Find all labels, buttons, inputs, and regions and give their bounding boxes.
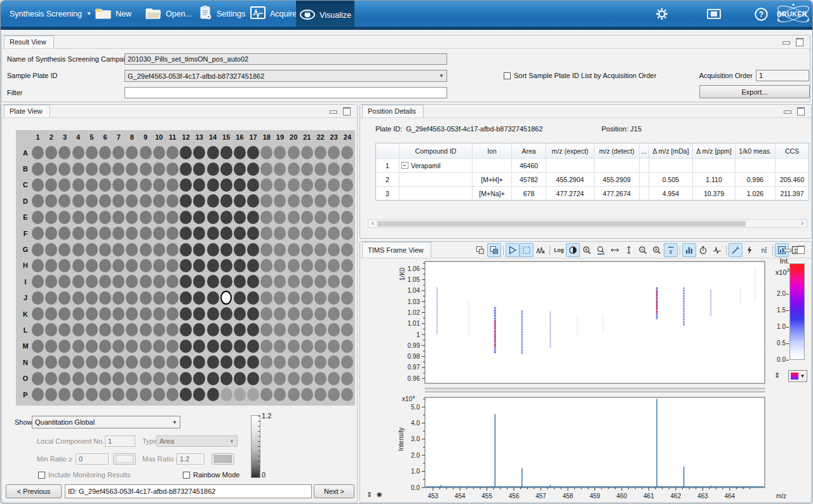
plate-well-F1[interactable] <box>32 227 44 240</box>
plate-well-E13[interactable] <box>193 211 205 224</box>
plate-well-H21[interactable] <box>301 259 313 272</box>
plate-well-G21[interactable] <box>301 243 313 256</box>
scroll-right-icon[interactable]: › <box>798 220 807 227</box>
minimize-icon[interactable] <box>783 41 790 44</box>
plate-well-J3[interactable] <box>58 291 71 305</box>
plate-well-N24[interactable] <box>341 355 353 369</box>
plate-well-P2[interactable] <box>45 388 57 401</box>
plate-well-I16[interactable] <box>234 275 246 288</box>
plate-well-I3[interactable] <box>58 275 71 288</box>
plate-well-E5[interactable] <box>86 211 98 224</box>
plate-well-F8[interactable] <box>126 227 138 240</box>
plate-well-M15[interactable] <box>220 340 232 353</box>
plate-well-N15[interactable] <box>220 355 232 369</box>
plate-well-M1[interactable] <box>32 340 44 353</box>
plate-well-C23[interactable] <box>328 178 340 192</box>
plate-well-N12[interactable] <box>180 355 192 369</box>
plate-well-J2[interactable] <box>45 291 57 305</box>
plate-well-I11[interactable] <box>166 275 178 288</box>
plate-well-F16[interactable] <box>234 227 246 240</box>
scale-y-icon[interactable] <box>622 243 636 257</box>
plate-well-J18[interactable] <box>260 291 272 305</box>
plate-well-B17[interactable] <box>247 162 259 176</box>
plate-well-O21[interactable] <box>301 372 313 385</box>
plate-well-J14[interactable] <box>207 291 219 305</box>
plate-well-L4[interactable] <box>72 323 84 336</box>
plate-well-M6[interactable] <box>99 340 111 353</box>
scroll-left-icon[interactable]: ‹ <box>368 220 377 227</box>
plate-well-O19[interactable] <box>274 372 286 385</box>
plate-well-M22[interactable] <box>314 340 326 353</box>
plate-well-G11[interactable] <box>166 243 178 256</box>
plate-well-O1[interactable] <box>32 372 44 385</box>
plate-well-B3[interactable] <box>58 162 71 176</box>
include-monitoring-row[interactable]: Include Monitoring Results <box>38 471 131 479</box>
plate-well-J15-selected[interactable] <box>220 291 232 305</box>
plate-well-F14[interactable] <box>207 227 219 240</box>
tab-result-view[interactable]: Result View <box>4 36 54 48</box>
plate-well-L9[interactable] <box>140 323 152 336</box>
plate-well-K17[interactable] <box>247 307 259 321</box>
axis-fit-icon[interactable]: ⇕ <box>774 371 780 380</box>
plate-well-G14[interactable] <box>207 243 219 256</box>
plate-well-H9[interactable] <box>140 259 152 272</box>
plate-well-C13[interactable] <box>193 178 205 192</box>
plate-well-F4[interactable] <box>72 227 84 240</box>
plate-well-A1[interactable] <box>32 146 44 159</box>
plate-well-D13[interactable] <box>193 194 205 208</box>
column-header[interactable]: Area <box>511 143 546 158</box>
plate-well-C15[interactable] <box>220 178 232 192</box>
plate-well-H5[interactable] <box>86 259 98 272</box>
show-select[interactable]: Quantitation Global▼ <box>32 416 180 428</box>
tab-tims-frame-view[interactable]: TIMS Frame View <box>362 242 431 258</box>
synthesis-screening-menu[interactable]: Synthesis Screening ▼ <box>10 1 91 27</box>
table-row[interactable]: 1Verapamil46460 <box>376 158 809 172</box>
plate-well-E19[interactable] <box>274 211 286 224</box>
plate-well-M12[interactable] <box>180 340 192 353</box>
plate-well-A7[interactable] <box>112 146 124 159</box>
mass-spectrum-plot[interactable]: 0.01.02.03.04.05.0x104Intensity453454455… <box>397 394 807 503</box>
plate-well-G20[interactable] <box>288 243 300 256</box>
plate-well-P3[interactable] <box>58 388 71 401</box>
plate-well-E10[interactable] <box>153 211 165 224</box>
plate-well-F3[interactable] <box>58 227 71 240</box>
plate-well-F22[interactable] <box>314 227 326 240</box>
plate-well-D18[interactable] <box>260 194 272 208</box>
sort-checkbox[interactable] <box>504 72 511 79</box>
plate-well-F2[interactable] <box>45 227 57 240</box>
plate-well-C19[interactable] <box>274 178 286 192</box>
gear-icon[interactable] <box>655 7 669 21</box>
plate-well-M9[interactable] <box>140 340 152 353</box>
plate-well-D4[interactable] <box>72 194 84 208</box>
plate-well-N2[interactable] <box>45 355 57 369</box>
table-horizontal-scrollbar[interactable]: ‹ › <box>368 219 807 228</box>
filter-input[interactable] <box>124 87 447 98</box>
plate-well-M18[interactable] <box>260 340 272 353</box>
plate-well-P14[interactable] <box>207 388 219 401</box>
signal-icon[interactable] <box>710 243 724 257</box>
local-component-input[interactable]: 1 <box>105 435 135 447</box>
plate-well-F6[interactable] <box>99 227 111 240</box>
plate-well-H4[interactable] <box>72 259 84 272</box>
plate-well-J23[interactable] <box>328 291 340 305</box>
current-id-field[interactable]: ID: G_29ef4563-053f-4c17-afbd-b873274518… <box>65 484 312 498</box>
log-scale-icon[interactable]: Log <box>552 243 566 257</box>
plate-well-L8[interactable] <box>126 323 138 336</box>
tree-collapse-icon[interactable] <box>401 162 408 169</box>
plate-well-J7[interactable] <box>112 291 124 305</box>
column-header[interactable]: Compound ID <box>399 143 472 158</box>
plate-well-I23[interactable] <box>328 275 340 288</box>
plate-well-G23[interactable] <box>328 243 340 256</box>
plate-well-I6[interactable] <box>99 275 111 288</box>
plate-well-P8[interactable] <box>126 388 138 401</box>
plate-well-E17[interactable] <box>247 211 259 224</box>
plate-well-A20[interactable] <box>288 146 300 159</box>
plate-well-G8[interactable] <box>126 243 138 256</box>
export-button[interactable]: Export... <box>699 85 810 98</box>
plate-well-C22[interactable] <box>314 178 326 192</box>
sort-checkbox-row[interactable]: Sort Sample Plate ID List by Acquisition… <box>504 72 656 79</box>
plate-well-E24[interactable] <box>341 211 353 224</box>
plate-well-K16[interactable] <box>234 307 246 321</box>
plate-well-D1[interactable] <box>32 194 44 208</box>
plate-well-I20[interactable] <box>288 275 300 288</box>
